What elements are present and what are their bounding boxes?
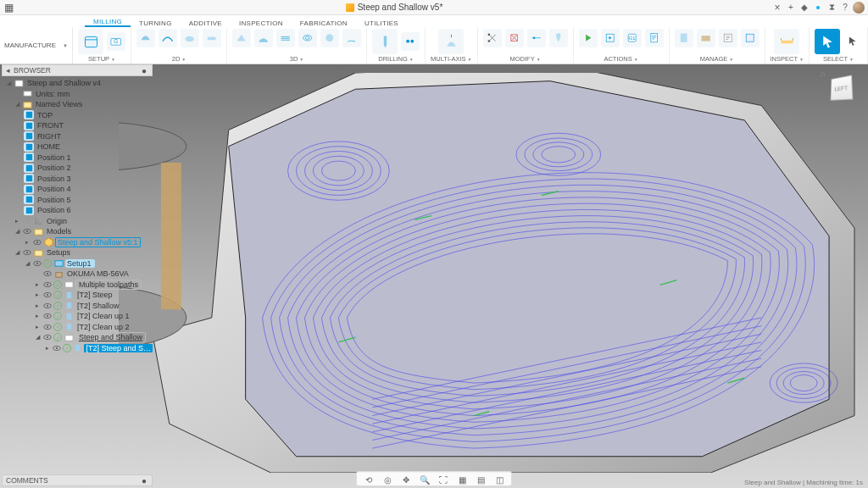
2d-contour-icon[interactable] [159,29,177,47]
tab-inspection[interactable]: INSPECTION [231,19,292,27]
app-menu-icon[interactable]: ▦ [0,2,17,14]
machine-library-icon[interactable] [697,29,715,47]
tree-view-pos6[interactable]: Position 6 [2,205,153,216]
svg-rect-80 [66,313,71,319]
simulate-icon[interactable] [601,29,620,47]
pan-icon[interactable]: ✥ [399,474,413,485]
tree-root[interactable]: ◢Steep and Shallow v4 [2,78,153,89]
svg-rect-20 [701,36,709,41]
select-icon[interactable] [815,29,840,54]
tab-additive[interactable]: ADDITIVE [181,19,231,27]
viewcube-face[interactable]: LEFT [831,75,854,101]
postprocess-icon[interactable]: G1 [623,29,642,47]
grid-settings-icon[interactable]: ▤ [474,474,487,485]
viewports-icon[interactable]: ◫ [492,474,506,485]
svg-rect-68 [55,272,61,277]
tree-view-pos2[interactable]: Position 2 [2,163,153,174]
tree-models[interactable]: ◢Models [2,226,153,237]
svg-rect-0 [85,36,97,47]
tree-setup1[interactable]: ◢✓Setup1 [2,258,153,269]
extensions-icon[interactable]: ◆ [798,2,810,14]
modify-trim-icon[interactable] [527,29,546,47]
tree-selected-op[interactable]: ▸✓[T2] Steep and S… [2,343,153,354]
viewcube[interactable]: ⌂ LEFT [824,71,858,105]
tab-fabrication[interactable]: FABRICATION [292,19,356,27]
tree-op-shallow[interactable]: ▸✓[T2] Shallow [2,301,153,312]
display-settings-icon[interactable]: ▦ [455,474,469,485]
svg-rect-46 [25,144,31,150]
workspace-switcher[interactable]: MANUFACTURE [0,27,73,64]
tree-op-steep[interactable]: ▸✓[T2] Steep [2,290,153,301]
svg-point-59 [36,241,37,243]
svg-text:G1: G1 [629,36,636,42]
modify-delete-icon[interactable] [505,29,524,47]
3d-adaptive-icon[interactable] [232,29,251,47]
2d-pocket-icon[interactable] [181,29,199,47]
svg-rect-51 [25,197,31,202]
tree-view-pos4[interactable]: Position 4 [2,184,153,195]
tab-turning[interactable]: TURNING [131,19,181,27]
svg-point-88 [56,347,58,349]
setup-sheet-icon[interactable] [645,29,664,47]
status-text: Steep and Shallow | Machining time: 1s [744,479,863,486]
tree-view-home[interactable]: HOME [2,141,153,152]
3d-pocket-icon[interactable] [254,29,273,47]
tree-view-pos3[interactable]: Position 3 [2,174,153,185]
zoom-icon[interactable]: 🔍 [418,474,431,485]
tab-milling[interactable]: MILLING [85,18,131,27]
notifications-icon[interactable] [812,2,824,14]
browser-header[interactable]: ◂BROWSER● [2,64,153,76]
tree-setups[interactable]: ◢Setups [2,247,153,258]
setup-folder-icon[interactable]: G [107,32,125,51]
svg-point-76 [46,305,47,307]
comments-header[interactable]: COMMENTS● [2,474,153,486]
svg-point-82 [46,326,47,328]
generate-icon[interactable] [579,29,598,47]
tree-multiple-toolpaths[interactable]: ▸✓Multiple toolpaths [2,280,153,291]
tree-model-item[interactable]: ▸Steep and Shallow v5:1 [2,237,153,248]
3d-contour-icon[interactable] [298,29,317,47]
template-library-icon[interactable] [741,29,760,47]
inspect-icon[interactable] [774,29,799,54]
fit-icon[interactable]: ⛶ [437,474,450,485]
viewcube-home-icon[interactable]: ⌂ [821,69,825,78]
orbit-icon[interactable]: ⟲ [362,474,376,485]
tree-view-front[interactable]: FRONT [2,120,153,131]
tab-utilities[interactable]: UTILITIES [356,19,407,27]
multiaxis-icon[interactable] [438,29,464,54]
help-icon[interactable]: ? [839,2,851,14]
3d-pencil-icon[interactable] [342,29,361,47]
look-icon[interactable]: ◎ [381,474,394,485]
modify-tool-icon[interactable] [549,29,568,47]
tree-op-clean1[interactable]: ▸✓[T2] Clean up 1 [2,311,153,322]
hole-recognition-icon[interactable] [401,32,420,51]
tree-view-top[interactable]: TOP [2,110,153,121]
tree-origin[interactable]: ▸Origin [2,216,153,227]
select-filter-icon[interactable] [843,32,862,51]
tree-machine[interactable]: OKUMA MB-56VA [2,269,153,280]
tree-view-pos1[interactable]: Position 1 [2,152,153,164]
setup-icon[interactable] [78,29,103,54]
svg-point-56 [25,230,27,232]
new-tab-icon[interactable]: + [785,2,797,14]
task-manager-icon[interactable] [719,29,737,47]
tree-named-views[interactable]: ◢Named Views [2,99,153,110]
svg-point-3 [186,36,194,42]
3d-parallel-icon[interactable] [276,29,295,47]
tool-library-icon[interactable] [675,29,693,47]
close-tab-icon[interactable]: × [771,2,783,14]
svg-rect-43 [25,112,31,118]
tree-view-right[interactable]: RIGHT [2,131,153,142]
tree-units[interactable]: Units: mm [2,89,153,100]
2d-face-icon[interactable] [136,29,155,47]
tree-op-clean2[interactable]: ▸✓[T2] Clean up 2 [2,322,153,333]
3d-horizontal-icon[interactable] [320,29,339,47]
job-status-icon[interactable]: ⧗ [826,2,837,14]
tree-view-pos5[interactable]: Position 5 [2,195,153,206]
drilling-icon[interactable] [372,29,398,54]
2d-slot-icon[interactable] [203,29,221,47]
tree-sands-folder[interactable]: ◢✓Steep and Shallow [2,332,153,343]
user-avatar[interactable] [853,2,865,14]
modify-scissors-icon[interactable] [483,29,502,47]
ribbon-tabs: MILLING TURNING ADDITIVE INSPECTION FABR… [0,15,868,27]
